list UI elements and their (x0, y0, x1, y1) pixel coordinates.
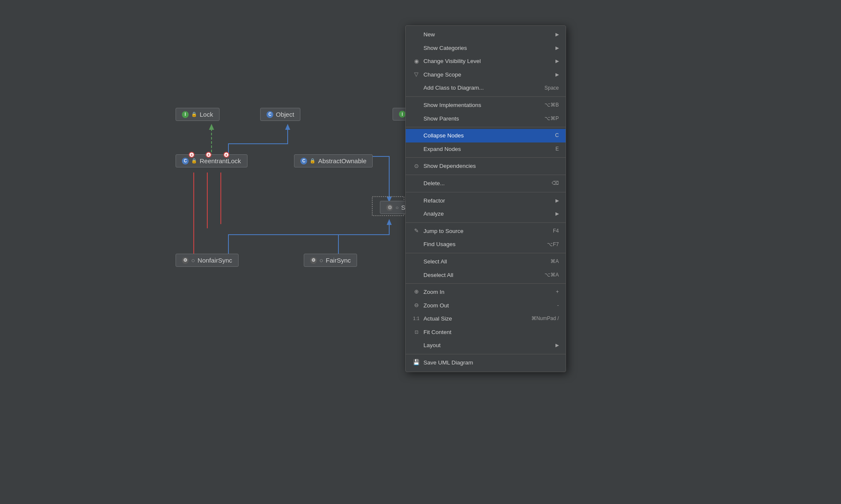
menu-label: Change Visibility Level (423, 57, 481, 66)
menu-label: Collapse Nodes (423, 131, 464, 140)
menu-item-show-categories[interactable]: Show Categories ▶ (406, 41, 566, 55)
menu-label: Actual Size (423, 314, 452, 323)
menu-label: Zoom Out (423, 301, 449, 310)
menu-item-jump-to-source[interactable]: ✎ Jump to Source F4 (406, 225, 566, 238)
menu-label: Refactor (423, 196, 445, 205)
node-label: ReentrantLock (200, 157, 241, 164)
menu-item-zoom-out[interactable]: ⊖ Zoom Out - (406, 299, 566, 312)
submenu-arrow: ▶ (555, 342, 559, 349)
plus-handle-2[interactable]: + (206, 152, 212, 158)
interface-icon: I (399, 111, 406, 118)
menu-item-select-all[interactable]: Select All ⌘A (406, 255, 566, 268)
menu-label: Add Class to Diagram... (423, 83, 484, 93)
uml-node-fairsync[interactable]: ⚙ ○ FairSync (304, 254, 357, 267)
interface-icon: I (182, 111, 189, 118)
menu-label: Delete... (423, 179, 445, 188)
menu-item-fit-content[interactable]: ⊡ Fit Content (406, 326, 566, 339)
uml-node-lock[interactable]: I 🔒 Lock (176, 108, 220, 121)
separator-9 (406, 354, 566, 354)
shortcut-label: - (557, 301, 559, 310)
uml-node-nonfairsync[interactable]: ⚙ ○ NonfairSync (176, 254, 239, 267)
separator-3 (406, 157, 566, 158)
shortcut-label: C (555, 131, 559, 140)
menu-item-new[interactable]: New ▶ (406, 28, 566, 41)
dot-label: ○ (396, 205, 399, 211)
lock-icon: 🔒 (191, 112, 197, 117)
menu-item-delete[interactable]: Delete... ⌫ (406, 177, 566, 190)
gear-icon: ⚙ (310, 257, 317, 264)
shortcut-label: Space (544, 84, 559, 92)
menu-item-zoom-in[interactable]: ⊕ Zoom In + (406, 285, 566, 299)
menu-label: Jump to Source (423, 227, 464, 236)
node-label: Lock (200, 111, 213, 118)
zoom-in-icon: ⊕ (412, 288, 420, 296)
separator-7 (406, 253, 566, 253)
plus-handle-3[interactable]: + (223, 152, 229, 158)
shortcut-label: ⌥F7 (547, 241, 559, 249)
class-icon: C (267, 111, 273, 118)
shortcut-label: E (555, 145, 559, 153)
submenu-arrow: ▶ (555, 58, 559, 65)
submenu-arrow: ▶ (555, 31, 559, 38)
fit-content-icon: ⊡ (412, 329, 420, 336)
menu-item-actual-size[interactable]: 1:1 Actual Size ⌘NumPad / (406, 312, 566, 326)
shortcut-label: ⌥⌘P (544, 115, 559, 123)
submenu-arrow: ▶ (555, 44, 559, 52)
dot-label: ○ (319, 257, 323, 264)
lock-icon: 🔒 (191, 158, 197, 164)
menu-item-add-class[interactable]: Add Class to Diagram... Space (406, 81, 566, 95)
separator-5 (406, 192, 566, 192)
node-label: Object (276, 111, 294, 118)
shortcut-label: ⌥⌘A (544, 271, 559, 279)
menu-item-collapse-nodes[interactable]: Collapse Nodes C (406, 129, 566, 142)
menu-item-change-visibility[interactable]: ◉ Change Visibility Level ▶ (406, 55, 566, 68)
menu-label: Find Usages (423, 240, 456, 249)
menu-label: Show Parents (423, 114, 459, 123)
menu-label: Change Scope (423, 70, 461, 79)
menu-label: Layout (423, 341, 441, 350)
separator-4 (406, 175, 566, 175)
menu-item-refactor[interactable]: Refactor ▶ (406, 194, 566, 208)
gear-icon: ⚙ (386, 204, 393, 211)
menu-item-save-uml[interactable]: 💾 Save UML Diagram (406, 356, 566, 370)
filter-icon: ▽ (412, 70, 420, 79)
menu-label: Show Categories (423, 44, 467, 53)
menu-item-show-dependencies[interactable]: ⊙ Show Dependencies (406, 159, 566, 173)
menu-item-layout[interactable]: Layout ▶ (406, 339, 566, 352)
menu-label: Save UML Diagram (423, 358, 473, 367)
menu-item-deselect-all[interactable]: Deselect All ⌥⌘A (406, 268, 566, 282)
gear-icon: ⚙ (182, 257, 189, 264)
menu-item-analyze[interactable]: Analyze ▶ (406, 207, 566, 221)
shortcut-label: + (556, 288, 559, 296)
class-icon: C (300, 158, 307, 164)
link-icon: ⊙ (412, 162, 420, 171)
zoom-out-icon: ⊖ (412, 301, 420, 310)
menu-label: Select All (423, 257, 447, 266)
separator-1 (406, 96, 566, 97)
node-label: FairSync (326, 257, 351, 264)
menu-label: New (423, 30, 435, 39)
plus-handle-1[interactable]: + (189, 152, 195, 158)
uml-node-object[interactable]: C Object (260, 108, 300, 121)
menu-item-change-scope[interactable]: ▽ Change Scope ▶ (406, 68, 566, 82)
separator-8 (406, 283, 566, 284)
shortcut-label: ⌫ (552, 179, 559, 187)
separator-6 (406, 222, 566, 223)
menu-item-find-usages[interactable]: Find Usages ⌥F7 (406, 238, 566, 251)
node-label: NonfairSync (198, 257, 232, 264)
save-icon: 💾 (412, 358, 420, 367)
menu-item-show-implementations[interactable]: Show Implementations ⌥⌘B (406, 99, 566, 112)
shortcut-label: F4 (553, 227, 559, 235)
class-icon: C (182, 158, 189, 164)
uml-node-abstractownable[interactable]: C 🔒 AbstractOwnable (294, 154, 373, 167)
shortcut-label: ⌘A (550, 257, 559, 266)
partial-label: S (401, 204, 405, 211)
uml-node-reentrantlock[interactable]: C 🔒 ReentrantLock + + + (176, 154, 247, 167)
menu-item-expand-nodes[interactable]: Expand Nodes E (406, 142, 566, 156)
menu-label: Fit Content (423, 328, 451, 337)
menu-label: Zoom In (423, 288, 445, 297)
dot-label: ○ (191, 257, 195, 264)
submenu-arrow: ▶ (555, 210, 559, 218)
actual-size-icon: 1:1 (412, 315, 420, 323)
menu-item-show-parents[interactable]: Show Parents ⌥⌘P (406, 112, 566, 126)
